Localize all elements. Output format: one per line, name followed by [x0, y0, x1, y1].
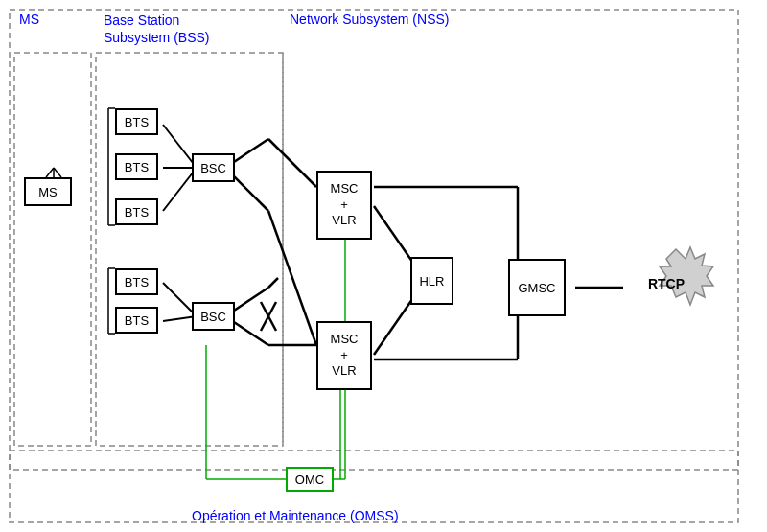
svg-line-12 — [268, 139, 316, 187]
svg-line-7 — [54, 168, 61, 177]
msc-vlr2-box: MSC+VLR — [316, 321, 372, 390]
gmsc-box: GMSC — [508, 259, 566, 316]
svg-line-6 — [46, 168, 54, 177]
bss-section-label: Base StationSubsystem (BSS) — [104, 12, 209, 46]
omc-box: OMC — [286, 467, 334, 492]
svg-rect-1 — [14, 53, 91, 446]
omss-label: Opération et Maintenance (OMSS) — [192, 508, 399, 523]
bsc1-box: BSC — [192, 153, 235, 182]
bts2-box: BTS — [115, 153, 158, 180]
ms-section-label: MS — [19, 12, 39, 27]
hlr-box: HLR — [410, 257, 453, 305]
msc-vlr1-box: MSC+VLR — [316, 171, 372, 240]
diagram-container: MS Base StationSubsystem (BSS) Network S… — [0, 0, 767, 532]
svg-line-22 — [268, 211, 316, 345]
svg-line-16 — [268, 278, 278, 288]
ms-box: MS — [24, 177, 72, 206]
svg-rect-0 — [10, 10, 738, 470]
rtcp-label: RTCP — [642, 276, 690, 291]
bsc2-box: BSC — [192, 302, 235, 331]
bts4-box: BTS — [115, 268, 158, 295]
bts1-box: BTS — [115, 108, 158, 135]
bts5-box: BTS — [115, 307, 158, 334]
bts3-box: BTS — [115, 198, 158, 225]
nss-section-label: Network Subsystem (NSS) — [290, 12, 449, 27]
